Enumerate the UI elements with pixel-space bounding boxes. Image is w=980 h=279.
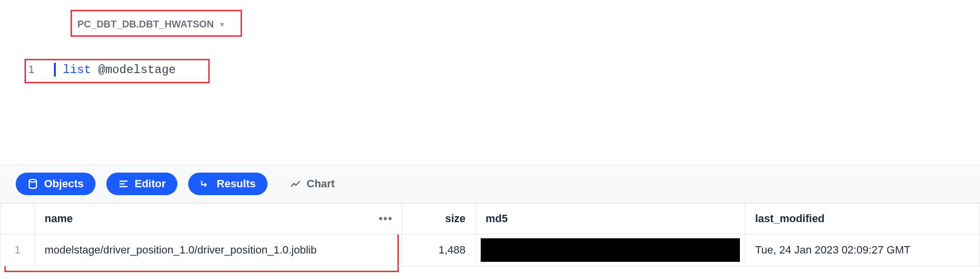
column-header-md5[interactable]: md5 [476,203,745,234]
editor-button[interactable]: Editor [106,173,178,195]
code-keyword: list [63,63,91,76]
name-cell: modelstage/driver_position_1.0/driver_po… [35,234,402,266]
database-icon [27,178,38,189]
line-number: 1 [28,63,34,76]
objects-button[interactable]: Objects [16,173,96,195]
size-cell: 1,488 [402,234,476,266]
code-editor-line[interactable]: 1 list @modelstage [28,63,176,76]
redacted-block [481,238,740,262]
column-header-name[interactable]: name ••• [35,203,402,234]
header-label: name [45,212,73,225]
chevron-down-icon: ▼ [219,21,226,28]
row-number-cell: 1 [0,234,35,266]
view-toolbar: Objects Editor Results Chart [0,165,980,203]
code-identifier: @modelstage [98,63,175,76]
column-header-size[interactable]: size [402,203,476,234]
chart-icon [290,178,301,189]
editor-label: Editor [135,178,166,190]
results-icon [200,178,211,189]
table-header-row: name ••• size md5 last_modified [0,203,980,234]
table-row[interactable]: 1 modelstage/driver_position_1.0/driver_… [0,234,980,266]
chart-button[interactable]: Chart [278,173,346,195]
context-selector[interactable]: PC_DBT_DB.DBT_HWATSON ▼ [77,19,225,30]
chart-label: Chart [307,178,335,190]
row-number-header [0,203,35,234]
list-icon [118,178,129,189]
context-label: PC_DBT_DB.DBT_HWATSON [77,19,214,30]
results-table: name ••• size md5 last_modified 1 models… [0,203,980,266]
results-label: Results [217,178,255,190]
lastmodified-cell: Tue, 24 Jan 2023 02:09:27 GMT [745,234,980,266]
column-header-lastmodified[interactable]: last_modified [745,203,980,234]
md5-cell [476,234,745,266]
objects-label: Objects [44,178,84,190]
results-button[interactable]: Results [188,173,267,195]
cursor-icon [54,63,56,76]
more-icon[interactable]: ••• [379,212,393,225]
svg-point-0 [29,179,37,182]
